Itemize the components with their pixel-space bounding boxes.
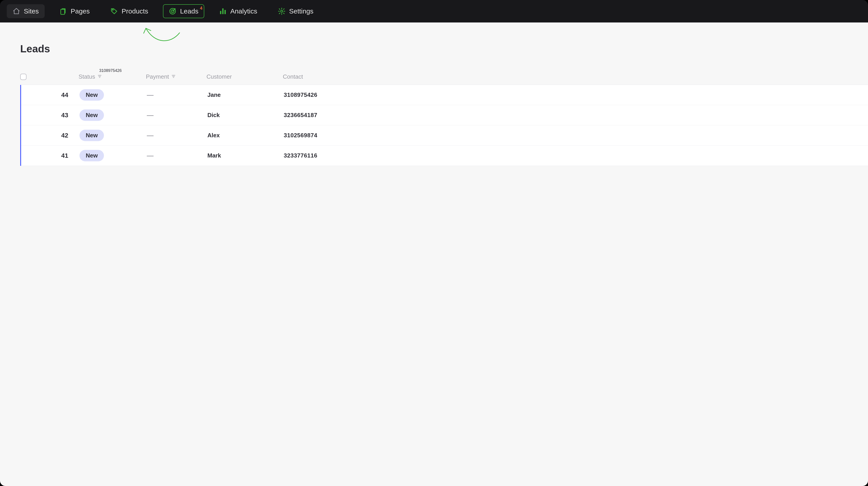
table-body: 44New—Jane310897542643New—Dick3236654187… [20, 85, 868, 166]
contact-value: 3233776116 [284, 152, 317, 159]
top-nav: Sites Pages Products Leads 4 Analy [0, 0, 868, 23]
status-badge: New [80, 109, 104, 121]
content-area: Leads Status 3108975426 Payment [0, 23, 868, 486]
nav-sites[interactable]: Sites [7, 4, 45, 18]
tag-icon [111, 7, 118, 15]
row-id: 41 [52, 152, 68, 159]
select-all-checkbox[interactable] [20, 74, 27, 80]
contact-value: 3236654187 [284, 112, 317, 118]
nav-pages-label: Pages [71, 7, 90, 15]
payment-value: — [147, 152, 154, 160]
customer-name: Dick [208, 112, 220, 118]
row-id: 43 [52, 112, 68, 119]
arrow-annotation-icon [137, 24, 182, 45]
row-id: 44 [52, 91, 68, 98]
customer-name: Jane [208, 91, 221, 98]
leads-badge: 4 [200, 6, 203, 11]
header-payment[interactable]: Payment [146, 73, 169, 80]
payment-value: — [147, 91, 154, 99]
row-id: 42 [52, 132, 68, 139]
status-badge: New [80, 130, 104, 141]
contact-value: 3108975426 [284, 91, 317, 98]
svg-point-8 [281, 10, 283, 12]
table-row[interactable]: 44New—Jane3108975426 [21, 85, 868, 105]
home-icon [12, 7, 20, 15]
leads-table: Status 3108975426 Payment Customer C [0, 70, 868, 166]
nav-pages[interactable]: Pages [54, 4, 96, 18]
payment-value: — [147, 132, 154, 139]
filter-icon[interactable] [97, 73, 102, 80]
status-tooltip: 3108975426 [99, 68, 122, 73]
payment-value: — [147, 111, 154, 119]
nav-leads-label: Leads [180, 7, 198, 15]
nav-analytics-label: Analytics [230, 7, 257, 15]
gear-icon [278, 7, 285, 15]
table-header-row: Status 3108975426 Payment Customer C [20, 70, 868, 85]
pages-icon [60, 7, 67, 15]
page-title: Leads [0, 23, 868, 55]
customer-name: Mark [208, 152, 221, 159]
table-row[interactable]: 42New—Alex3102569874 [21, 125, 868, 146]
table-row[interactable]: 43New—Dick3236654187 [21, 105, 868, 125]
svg-rect-6 [222, 8, 223, 14]
header-contact[interactable]: Contact [283, 73, 303, 80]
svg-rect-5 [220, 11, 221, 14]
table-row[interactable]: 41New—Mark3233776116 [21, 146, 868, 166]
nav-settings-label: Settings [289, 7, 313, 15]
nav-sites-label: Sites [24, 7, 39, 15]
filter-icon[interactable] [171, 73, 176, 80]
nav-products-label: Products [122, 7, 148, 15]
target-icon [169, 7, 177, 15]
header-customer[interactable]: Customer [207, 73, 232, 80]
svg-rect-7 [224, 10, 226, 14]
status-badge: New [80, 150, 104, 161]
status-badge: New [80, 89, 104, 101]
customer-name: Alex [208, 132, 220, 139]
bar-chart-icon [219, 7, 227, 15]
header-status[interactable]: Status [79, 73, 95, 80]
svg-point-2 [113, 9, 113, 10]
svg-rect-1 [61, 9, 64, 15]
nav-analytics[interactable]: Analytics [213, 4, 263, 18]
nav-leads[interactable]: Leads 4 [163, 4, 204, 18]
nav-products[interactable]: Products [104, 4, 154, 18]
nav-settings[interactable]: Settings [272, 4, 319, 18]
contact-value: 3102569874 [284, 132, 317, 139]
app-window: Sites Pages Products Leads 4 Analy [0, 0, 868, 486]
